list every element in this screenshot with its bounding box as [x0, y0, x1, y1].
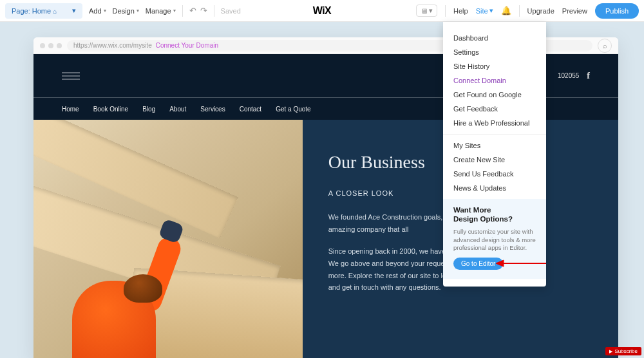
editor-topbar: Page: Home ⌂ ▾ Add▾ Design▾ Manage▾ ↶ ↷ …: [0, 0, 644, 22]
separator: [445, 5, 446, 17]
promo-title: Want MoreDesign Options?: [453, 205, 536, 224]
go-to-editor-button[interactable]: Go to Editor: [453, 258, 503, 270]
undo-button[interactable]: ↶: [189, 6, 196, 15]
dd-connect-domain[interactable]: Connect Domain: [443, 73, 546, 88]
youtube-subscribe-badge[interactable]: Subscribe: [605, 347, 641, 355]
wix-logo: WiX: [313, 5, 332, 17]
topbar-right: 🖥▾ Help Site▾ 🔔 Upgrade Preview Publish: [416, 3, 639, 19]
nav-about[interactable]: About: [169, 106, 186, 113]
separator: [182, 5, 183, 17]
viewport-switch[interactable]: 🖥▾: [416, 5, 437, 17]
dd-hire-pro[interactable]: Hire a Web Professional: [443, 116, 546, 130]
dd-get-feedback[interactable]: Get Feedback: [443, 102, 546, 116]
search-icon[interactable]: ⌕: [598, 39, 612, 53]
add-menu[interactable]: Add▾: [89, 7, 106, 15]
facebook-icon[interactable]: f: [587, 71, 590, 81]
chevron-down-icon: ▾: [137, 8, 139, 14]
nav-blog[interactable]: Blog: [142, 106, 155, 113]
chevron-down-icon: ▾: [173, 8, 176, 14]
notifications-icon[interactable]: 🔔: [501, 6, 511, 15]
dd-create-site[interactable]: Create New Site: [443, 153, 546, 167]
site-dropdown: Dashboard Settings Site History Connect …: [443, 22, 546, 287]
dd-my-sites[interactable]: My Sites: [443, 138, 546, 153]
nav-book-online[interactable]: Book Online: [93, 106, 128, 113]
upgrade-link[interactable]: Upgrade: [527, 7, 554, 15]
dd-news-updates[interactable]: News & Updates: [443, 181, 546, 195]
url-text: https://www.wix.com/mysite: [73, 42, 152, 49]
separator: [214, 5, 214, 17]
page-name: Home: [32, 7, 51, 15]
promo-body: Fully customize your site with advanced …: [453, 228, 536, 252]
nav-quote[interactable]: Get a Quote: [276, 106, 310, 113]
desktop-icon: 🖥: [421, 7, 428, 15]
hero-image: [33, 120, 303, 358]
page-prefix: Page:: [12, 7, 30, 15]
undo-redo-group: ↶ ↷: [189, 6, 207, 15]
redo-button[interactable]: ↷: [200, 6, 207, 15]
dd-site-history[interactable]: Site History: [443, 59, 546, 73]
save-status: Saved: [221, 7, 241, 15]
nav-home[interactable]: Home: [62, 106, 79, 113]
separator: [519, 5, 520, 17]
chevron-down-icon: ▾: [429, 6, 433, 15]
manage-menu[interactable]: Manage▾: [146, 7, 176, 15]
publish-button[interactable]: Publish: [595, 3, 639, 19]
site-menu-trigger[interactable]: Site▾: [476, 6, 493, 15]
separator: [443, 134, 546, 135]
dd-get-found[interactable]: Get Found on Google: [443, 88, 546, 102]
page-selector[interactable]: Page: Home ⌂ ▾: [5, 3, 82, 19]
nav-services[interactable]: Services: [200, 106, 225, 113]
nav-contact[interactable]: Contact: [240, 106, 261, 113]
design-menu[interactable]: Design▾: [113, 7, 139, 15]
dd-settings[interactable]: Settings: [443, 45, 546, 59]
chevron-down-icon: ▾: [72, 6, 76, 15]
chevron-down-icon: ▾: [104, 8, 106, 14]
dd-send-feedback[interactable]: Send Us Feedback: [443, 167, 546, 181]
preview-link[interactable]: Preview: [562, 7, 587, 15]
promo-panel: Want MoreDesign Options? Fully customize…: [443, 199, 546, 279]
site-logo[interactable]: [62, 70, 80, 82]
dd-dashboard[interactable]: Dashboard: [443, 31, 546, 45]
home-icon: ⌂: [53, 8, 57, 15]
connect-domain-link[interactable]: Connect Your Domain: [156, 42, 218, 49]
chevron-down-icon: ▾: [489, 6, 493, 15]
window-controls: [40, 43, 62, 48]
phone-row: 102055 f: [558, 71, 590, 81]
phone-number: 102055: [558, 72, 579, 79]
help-link[interactable]: Help: [453, 7, 468, 15]
